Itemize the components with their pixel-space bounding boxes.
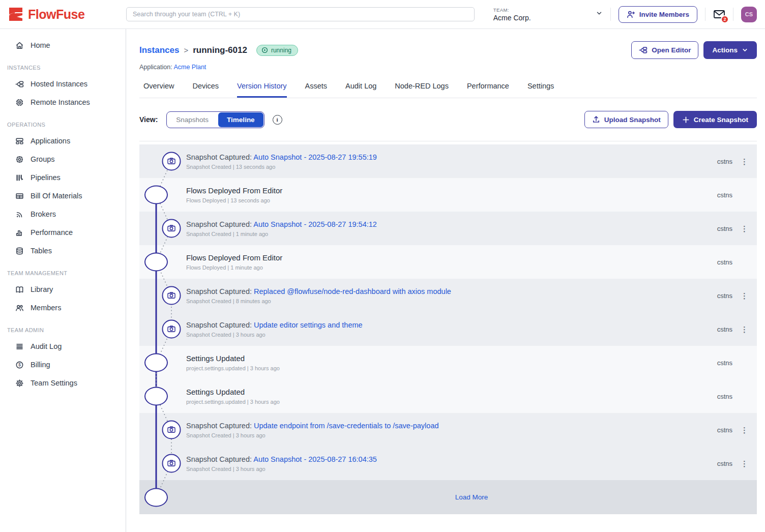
snapshot-link[interactable]: Auto Snapshot - 2025-08-27 19:54:12 [253, 220, 377, 228]
event-title: Settings Updated [186, 388, 717, 396]
flowfuse-logo[interactable]: FlowFuse [8, 7, 126, 22]
info-icon[interactable]: i [273, 115, 282, 125]
event-title: Snapshot Captured: Update endpoint from … [186, 422, 717, 430]
kebab-menu-icon[interactable]: ⋮ [741, 292, 747, 300]
search-input[interactable] [126, 7, 475, 21]
tab-audit-log[interactable]: Audit Log [345, 82, 376, 98]
event-user: cstns [717, 460, 732, 467]
tab-bar: Overview Devices Version History Assets … [139, 82, 757, 98]
event-title: Settings Updated [186, 354, 717, 363]
toggle-timeline[interactable]: Timeline [218, 112, 263, 127]
tab-overview[interactable]: Overview [143, 82, 174, 98]
sidebar-section-operations: OPERATIONS [0, 122, 126, 128]
sidebar-item-library[interactable]: Library [0, 280, 126, 299]
snapshot-link[interactable]: Replaced @flowfuse/node-red-dashboard wi… [254, 287, 451, 295]
sidebar-item-home[interactable]: Home [0, 36, 126, 54]
upload-snapshot-button[interactable]: Upload Snapshot [584, 111, 668, 128]
sidebar-item-label: Audit Log [31, 342, 62, 350]
sidebar-item-label: Brokers [31, 210, 56, 218]
sidebar-item-team-settings[interactable]: Team Settings [0, 374, 126, 392]
sidebar-section-team-management: TEAM MANAGEMENT [0, 270, 126, 276]
timeline-row: Snapshot Captured: Auto Snapshot - 2025-… [139, 447, 757, 480]
event-user: cstns [717, 393, 732, 400]
application-link[interactable]: Acme Plant [173, 64, 206, 71]
tab-version-history[interactable]: Version History [237, 82, 287, 98]
timeline-row: Snapshot Captured: Replaced @flowfuse/no… [139, 279, 757, 312]
event-meta: Snapshot Created | 3 hours ago [186, 466, 717, 472]
sidebar-item-label: Pipelines [31, 173, 61, 182]
event-title: Snapshot Captured: Auto Snapshot - 2025-… [186, 153, 717, 161]
invite-members-label: Invite Members [639, 11, 689, 18]
kebab-menu-icon[interactable]: ⋮ [741, 225, 747, 232]
main-content: Instances > running-6012 running Open Ed… [126, 29, 765, 532]
sidebar: Home INSTANCES Hosted Instances Remote I… [0, 29, 126, 532]
upload-snapshot-label: Upload Snapshot [604, 116, 661, 124]
sidebar-item-performance[interactable]: Performance [0, 223, 126, 242]
tab-settings[interactable]: Settings [527, 82, 554, 98]
event-user: cstns [717, 426, 732, 434]
camera-icon [162, 454, 181, 473]
timeline-row: Snapshot Captured: Update editor setting… [139, 312, 757, 346]
ellipsis-icon [144, 488, 168, 507]
sidebar-item-label: Performance [31, 228, 73, 237]
event-title: Snapshot Captured: Update editor setting… [186, 321, 717, 329]
tables-icon [15, 247, 24, 255]
sidebar-item-audit-log[interactable]: Audit Log [0, 337, 126, 356]
kebab-menu-icon[interactable]: ⋮ [741, 426, 747, 434]
create-snapshot-label: Create Snapshot [694, 116, 748, 124]
snapshot-link[interactable]: Update endpoint from /save-credentials t… [254, 422, 439, 430]
event-title-prefix: Snapshot Captured: [186, 455, 253, 463]
tab-assets[interactable]: Assets [305, 82, 328, 98]
event-title: Flows Deployed From Editor [186, 186, 717, 195]
sidebar-item-pipelines[interactable]: Pipelines [0, 168, 126, 187]
load-more-link[interactable]: Load More [186, 493, 757, 501]
open-editor-button[interactable]: Open Editor [631, 41, 698, 59]
timeline-row: Snapshot Captured: Update endpoint from … [139, 413, 757, 447]
snapshot-link[interactable]: Update editor settings and theme [254, 321, 363, 329]
page-title: running-6012 [193, 45, 247, 55]
toggle-snapshots[interactable]: Snapshots [167, 112, 217, 127]
actions-button[interactable]: Actions [703, 41, 757, 59]
kebab-menu-icon[interactable]: ⋮ [741, 326, 747, 333]
avatar[interactable]: CS [741, 7, 757, 22]
tab-node-red-logs[interactable]: Node-RED Logs [395, 82, 449, 98]
sidebar-item-billing[interactable]: $ Billing [0, 356, 126, 374]
tab-devices[interactable]: Devices [192, 82, 219, 98]
notifications-button[interactable]: 2 [713, 9, 725, 20]
sidebar-item-hosted-instances[interactable]: Hosted Instances [0, 75, 126, 93]
event-title: Snapshot Captured: Auto Snapshot - 2025-… [186, 220, 717, 228]
sidebar-item-tables[interactable]: Tables [0, 242, 126, 260]
event-user: cstns [717, 326, 732, 333]
sidebar-item-remote-instances[interactable]: Remote Instances [0, 93, 126, 111]
plus-icon [682, 116, 690, 124]
divider [139, 141, 757, 141]
groups-icon [15, 155, 24, 164]
sidebar-item-brokers[interactable]: Brokers [0, 205, 126, 223]
create-snapshot-button[interactable]: Create Snapshot [673, 111, 757, 128]
timeline-row: Settings Updated project.settings.update… [139, 379, 757, 413]
kebab-menu-icon[interactable]: ⋮ [741, 158, 747, 165]
breadcrumb-instances-link[interactable]: Instances [139, 45, 179, 55]
sidebar-item-members[interactable]: Members [0, 299, 126, 317]
sidebar-item-applications[interactable]: Applications [0, 132, 126, 150]
timeline-row: Flows Deployed From Editor Flows Deploye… [139, 245, 757, 279]
brokers-icon [15, 210, 24, 219]
divider [610, 8, 611, 21]
kebab-menu-icon[interactable]: ⋮ [741, 460, 747, 467]
sidebar-item-bill-of-materials[interactable]: Bill Of Materials [0, 187, 126, 205]
tab-performance[interactable]: Performance [467, 82, 509, 98]
divider [733, 8, 733, 21]
snapshot-link[interactable]: Auto Snapshot - 2025-08-27 19:55:19 [253, 153, 377, 161]
event-title-prefix: Snapshot Captured: [186, 287, 254, 295]
team-selector[interactable]: TEAM: Acme Corp. [493, 7, 603, 22]
snapshot-link[interactable]: Auto Snapshot - 2025-08-27 16:04:35 [253, 455, 377, 463]
invite-members-button[interactable]: Invite Members [619, 6, 697, 23]
camera-icon [162, 152, 181, 171]
sidebar-item-groups[interactable]: Groups [0, 150, 126, 168]
camera-icon [162, 219, 181, 238]
sidebar-item-label: Billing [31, 361, 50, 369]
flows-deployed-icon [144, 253, 168, 272]
application-label: Application: [139, 64, 173, 71]
timeline-row: Flows Deployed From Editor Flows Deploye… [139, 178, 757, 212]
svg-text:$: $ [18, 362, 21, 367]
